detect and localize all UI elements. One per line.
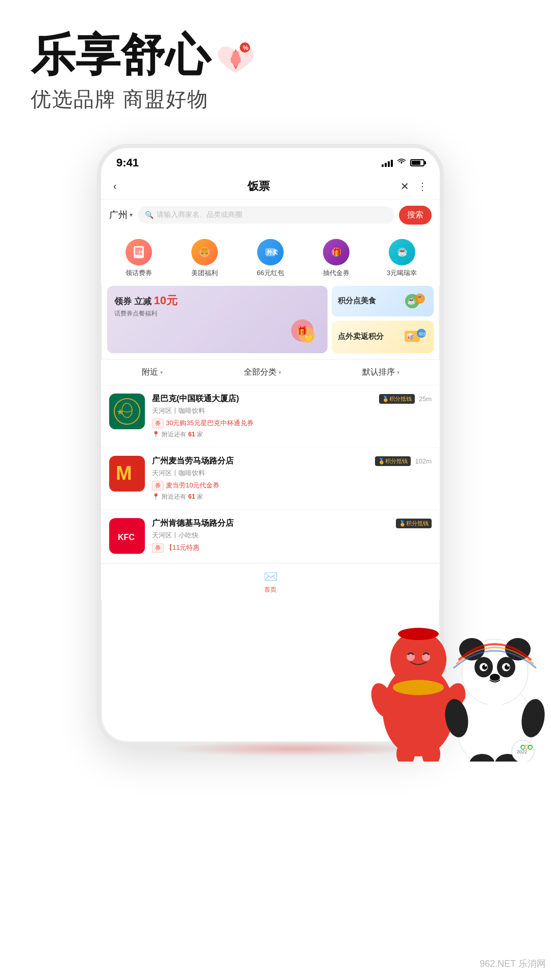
- kfc-coupon-text: 【11元特惠: [166, 543, 199, 552]
- svg-point-61: [512, 740, 534, 762]
- starbucks-coupon-tag: 券: [152, 419, 164, 428]
- svg-point-59: [495, 754, 520, 762]
- filter-row: 附近 ▾ 全部分类 ▾ 默认排序 ▾: [101, 359, 440, 385]
- status-time: 9:41: [116, 156, 139, 169]
- svg-text:🏅: 🏅: [416, 296, 423, 302]
- filter-nearby[interactable]: 附近 ▾: [142, 367, 163, 378]
- starbucks-distance: 25m: [419, 395, 432, 403]
- svg-point-55: [490, 674, 500, 681]
- banner-right-stack: 积分点美食 ☕ 🏅 点外卖返积分: [332, 286, 434, 353]
- svg-point-57: [519, 697, 548, 739]
- banner-left[interactable]: 领券 立减 10元 话费券点餐福利 🎁 💛: [107, 286, 328, 353]
- starbucks-coupon: 券 30元购35元星巴克中杯通兑券: [152, 419, 432, 428]
- svg-point-58: [469, 754, 495, 762]
- nav-item-home[interactable]: ✉️ 首页: [264, 570, 278, 594]
- restaurant-item-kfc[interactable]: KFC 广州肯德基马场路分店 🏅积分抵钱 天河区丨小吃快 券 【11元特惠: [101, 510, 440, 564]
- starbucks-header: 星巴克(中国联通大厦店) 🏅积分抵钱 25m: [152, 394, 432, 404]
- svg-point-52: [505, 665, 510, 670]
- home-nav-label: 首页: [264, 585, 277, 594]
- location-button[interactable]: 广州 ▾: [109, 209, 133, 221]
- filter-category-arrow: ▾: [279, 370, 281, 375]
- search-input-box[interactable]: 🔍 请输入商家名、品类或商圈: [138, 206, 394, 224]
- more-button[interactable]: ⋮: [417, 180, 428, 192]
- mcdonalds-badge: 🏅积分抵钱: [375, 456, 411, 466]
- svg-point-46: [505, 638, 531, 660]
- location-text: 广州: [109, 209, 128, 221]
- search-area: 广州 ▾ 🔍 请输入商家名、品类或商圈 搜索: [101, 200, 440, 231]
- app-title: 乐享舒心 %: [31, 31, 520, 80]
- svg-text:☕: ☕: [397, 247, 408, 257]
- category-icon-coffee: ☕: [389, 239, 415, 265]
- banner-right-item-1[interactable]: 积分点美食 ☕ 🏅: [332, 286, 434, 316]
- restaurant-item-starbucks[interactable]: ★ 星巴克(中国联通大厦店) 🏅积分抵钱 25m 天河区丨咖啡饮料 券: [101, 385, 440, 448]
- app-subtitle: 优选品牌 商盟好物: [31, 85, 520, 113]
- svg-text:KFC: KFC: [118, 533, 135, 542]
- banner-section: 领券 立减 10元 话费券点餐福利 🎁 💛 积分点美食: [101, 286, 440, 359]
- svg-point-43: [457, 682, 533, 762]
- bottom-nav: ✉️ 首页: [101, 564, 440, 600]
- category-icon-phone: -10: [126, 239, 152, 265]
- close-button[interactable]: ✕: [400, 180, 409, 192]
- search-button[interactable]: 搜索: [399, 206, 432, 225]
- kfc-header: 广州肯德基马场路分店 🏅积分抵钱: [152, 518, 432, 529]
- restaurant-item-mcdonalds[interactable]: M 广州麦当劳马场路分店 🏅积分抵钱 102m 天河区丨咖啡饮料 券 麦当劳10…: [101, 448, 440, 510]
- nav-bar: ‹ 饭票 ✕ ⋮: [101, 174, 440, 200]
- mcdonalds-coupon-text: 麦当劳10元代金券: [166, 481, 219, 490]
- svg-point-25: [112, 396, 142, 427]
- svg-point-63: [521, 745, 525, 749]
- status-icons: [382, 158, 424, 167]
- category-item-coupon[interactable]: 🎁 抽代金券: [307, 239, 366, 278]
- category-label-phone: 领话费券: [126, 268, 152, 278]
- svg-point-49: [480, 663, 488, 671]
- kfc-badge: 🏅积分抵钱: [396, 519, 432, 528]
- watermark-text: 962.NET 乐消网: [480, 959, 546, 969]
- mcdonalds-nearby-count: 61: [188, 493, 195, 500]
- battery-icon: [410, 159, 424, 166]
- svg-text:2022: 2022: [517, 749, 527, 754]
- mcdonalds-coupon: 券 麦当劳10元代金券: [152, 481, 432, 491]
- svg-text:★: ★: [117, 408, 123, 416]
- nav-left: ‹: [113, 180, 117, 192]
- kfc-coupon: 券 【11元特惠: [152, 543, 432, 553]
- back-button[interactable]: ‹: [113, 180, 117, 192]
- starbucks-badge: 🏅积分抵钱: [379, 394, 415, 404]
- search-icon: 🔍: [145, 211, 154, 219]
- title-icon: %: [215, 37, 256, 73]
- category-row: -10 领话费券 🍔 美团福利 外卖: [101, 231, 440, 286]
- kfc-tags: 天河区丨小吃快: [152, 531, 432, 540]
- title-text: 乐享舒心: [31, 31, 210, 80]
- filter-sort[interactable]: 默认排序 ▾: [362, 367, 399, 378]
- svg-text:🍔: 🍔: [200, 248, 209, 256]
- category-icon-redpacket: 外卖: [257, 239, 284, 265]
- category-item-redpacket[interactable]: 外卖 66元红包: [241, 239, 300, 278]
- banner-right-item-2[interactable]: 点外卖返积分 🥡 积分: [332, 321, 434, 353]
- filter-category-label: 全部分类: [244, 367, 277, 378]
- filter-category[interactable]: 全部分类 ▾: [244, 367, 281, 378]
- category-item-phone[interactable]: -10 领话费券: [109, 239, 168, 278]
- svg-text:外卖: 外卖: [266, 249, 278, 255]
- svg-point-41: [422, 741, 440, 762]
- banner-amount: 10元: [154, 294, 177, 307]
- mcdonalds-logo: M: [109, 456, 145, 492]
- svg-text:🥡: 🥡: [406, 332, 415, 341]
- category-label-redpacket: 66元红包: [257, 268, 284, 278]
- starbucks-nearby: 📍 附近还有 61 家: [152, 430, 432, 439]
- starbucks-logo: ★: [109, 394, 145, 429]
- category-item-meituan[interactable]: 🍔 美团福利: [175, 239, 234, 278]
- category-item-coffee[interactable]: ☕ 3元喝瑞幸: [372, 239, 432, 278]
- kfc-coupon-tag: 券: [152, 543, 164, 553]
- mcdonalds-header: 广州麦当劳马场路分店 🏅积分抵钱 102m: [152, 456, 432, 467]
- svg-point-48: [497, 657, 515, 677]
- svg-text:🎁: 🎁: [332, 247, 342, 257]
- svg-text:💛: 💛: [305, 334, 314, 343]
- starbucks-nearby-count: 61: [188, 431, 195, 438]
- location-pin-icon: 📍: [152, 431, 160, 438]
- filter-nearby-arrow: ▾: [160, 370, 163, 375]
- banner-left-title: 领券 立减 10元: [114, 293, 320, 308]
- svg-text:积分: 积分: [419, 332, 427, 336]
- mcdonalds-tags: 天河区丨咖啡饮料: [152, 469, 432, 478]
- banner-right-label-2: 点外卖返积分: [338, 332, 384, 341]
- filter-nearby-label: 附近: [142, 367, 158, 378]
- kfc-info: 广州肯德基马场路分店 🏅积分抵钱 天河区丨小吃快 券 【11元特惠: [152, 518, 432, 555]
- phone-container: 9:41: [97, 144, 495, 746]
